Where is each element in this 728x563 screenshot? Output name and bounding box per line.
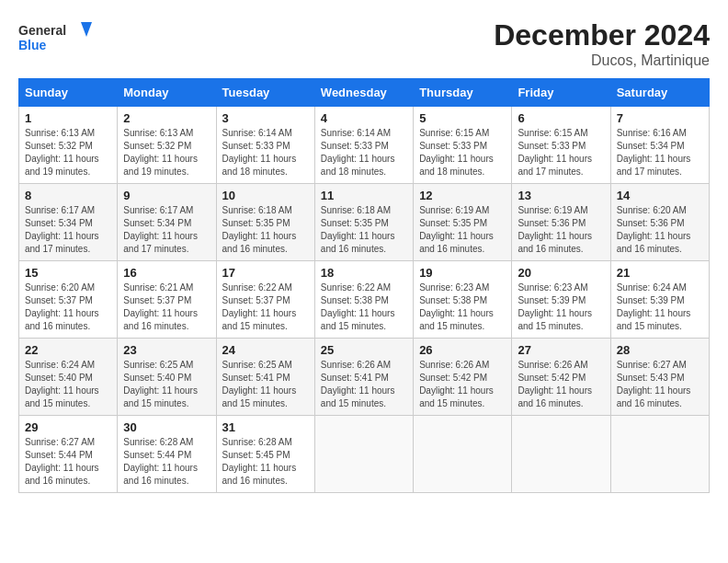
calendar-day-cell: 8 Sunrise: 6:17 AM Sunset: 5:34 PM Dayli… [19, 184, 118, 261]
day-details: Sunrise: 6:18 AM Sunset: 5:35 PM Dayligh… [222, 204, 309, 256]
calendar-day-cell: 24 Sunrise: 6:25 AM Sunset: 5:41 PM Dayl… [216, 339, 314, 416]
day-number: 21 [617, 266, 703, 280]
calendar-day-cell: 20 Sunrise: 6:23 AM Sunset: 5:39 PM Dayl… [512, 261, 610, 339]
day-details: Sunrise: 6:15 AM Sunset: 5:33 PM Dayligh… [419, 127, 506, 178]
calendar-day-cell: 5 Sunrise: 6:15 AM Sunset: 5:33 PM Dayli… [414, 107, 512, 184]
calendar-day-cell: 9 Sunrise: 6:17 AM Sunset: 5:34 PM Dayli… [118, 184, 216, 261]
calendar-day-cell: 30 Sunrise: 6:28 AM Sunset: 5:44 PM Dayl… [118, 416, 216, 493]
calendar-day-cell [314, 416, 413, 493]
calendar-day-cell: 18 Sunrise: 6:22 AM Sunset: 5:38 PM Dayl… [314, 261, 413, 339]
day-number: 20 [518, 266, 604, 280]
day-of-week-header: Monday [118, 79, 216, 107]
calendar-day-cell: 13 Sunrise: 6:19 AM Sunset: 5:36 PM Dayl… [512, 184, 610, 261]
day-details: Sunrise: 6:26 AM Sunset: 5:42 PM Dayligh… [419, 359, 506, 410]
day-details: Sunrise: 6:20 AM Sunset: 5:37 PM Dayligh… [25, 282, 111, 333]
calendar-day-cell: 22 Sunrise: 6:24 AM Sunset: 5:40 PM Dayl… [19, 339, 118, 416]
calendar-day-cell: 31 Sunrise: 6:28 AM Sunset: 5:45 PM Dayl… [216, 416, 314, 493]
day-details: Sunrise: 6:22 AM Sunset: 5:37 PM Dayligh… [222, 282, 309, 333]
day-details: Sunrise: 6:14 AM Sunset: 5:33 PM Dayligh… [222, 127, 309, 178]
day-details: Sunrise: 6:15 AM Sunset: 5:33 PM Dayligh… [518, 127, 604, 178]
calendar-table: SundayMondayTuesdayWednesdayThursdayFrid… [18, 78, 710, 493]
calendar-day-cell: 12 Sunrise: 6:19 AM Sunset: 5:35 PM Dayl… [414, 184, 512, 261]
calendar-day-cell: 27 Sunrise: 6:26 AM Sunset: 5:42 PM Dayl… [512, 339, 610, 416]
calendar-day-cell: 1 Sunrise: 6:13 AM Sunset: 5:32 PM Dayli… [19, 107, 118, 184]
calendar-day-cell: 16 Sunrise: 6:21 AM Sunset: 5:37 PM Dayl… [118, 261, 216, 339]
day-of-week-header: Friday [512, 79, 610, 107]
day-number: 25 [321, 343, 407, 357]
day-details: Sunrise: 6:28 AM Sunset: 5:45 PM Dayligh… [222, 436, 309, 488]
day-of-week-header: Sunday [19, 79, 118, 107]
month-title: December 2024 [494, 18, 710, 52]
svg-marker-2 [81, 22, 92, 37]
day-details: Sunrise: 6:20 AM Sunset: 5:36 PM Dayligh… [617, 204, 703, 256]
day-number: 31 [222, 420, 309, 434]
calendar-day-cell [512, 416, 610, 493]
calendar-day-cell: 6 Sunrise: 6:15 AM Sunset: 5:33 PM Dayli… [512, 107, 610, 184]
logo-svg: General Blue [18, 18, 92, 60]
day-number: 18 [321, 266, 407, 280]
day-number: 4 [321, 111, 407, 125]
calendar-header-row: SundayMondayTuesdayWednesdayThursdayFrid… [19, 79, 710, 107]
day-number: 15 [25, 266, 111, 280]
day-details: Sunrise: 6:17 AM Sunset: 5:34 PM Dayligh… [123, 204, 210, 256]
calendar-day-cell: 29 Sunrise: 6:27 AM Sunset: 5:44 PM Dayl… [19, 416, 118, 493]
day-number: 17 [222, 266, 309, 280]
day-number: 24 [222, 343, 309, 357]
calendar-day-cell: 11 Sunrise: 6:18 AM Sunset: 5:35 PM Dayl… [314, 184, 413, 261]
calendar-day-cell: 4 Sunrise: 6:14 AM Sunset: 5:33 PM Dayli… [314, 107, 413, 184]
day-details: Sunrise: 6:13 AM Sunset: 5:32 PM Dayligh… [123, 127, 210, 178]
day-details: Sunrise: 6:24 AM Sunset: 5:39 PM Dayligh… [617, 282, 703, 333]
calendar-day-cell: 21 Sunrise: 6:24 AM Sunset: 5:39 PM Dayl… [610, 261, 709, 339]
day-number: 3 [222, 111, 309, 125]
calendar-week-row: 29 Sunrise: 6:27 AM Sunset: 5:44 PM Dayl… [19, 416, 710, 493]
calendar-day-cell: 15 Sunrise: 6:20 AM Sunset: 5:37 PM Dayl… [19, 261, 118, 339]
calendar-day-cell: 10 Sunrise: 6:18 AM Sunset: 5:35 PM Dayl… [216, 184, 314, 261]
day-number: 14 [617, 189, 703, 202]
day-details: Sunrise: 6:16 AM Sunset: 5:34 PM Dayligh… [617, 127, 703, 178]
day-number: 6 [518, 111, 604, 125]
day-number: 2 [123, 111, 210, 125]
calendar-week-row: 22 Sunrise: 6:24 AM Sunset: 5:40 PM Dayl… [19, 339, 710, 416]
day-number: 16 [123, 266, 210, 280]
day-details: Sunrise: 6:19 AM Sunset: 5:35 PM Dayligh… [419, 204, 506, 256]
day-details: Sunrise: 6:21 AM Sunset: 5:37 PM Dayligh… [123, 282, 210, 333]
calendar-day-cell: 2 Sunrise: 6:13 AM Sunset: 5:32 PM Dayli… [118, 107, 216, 184]
calendar-day-cell: 14 Sunrise: 6:20 AM Sunset: 5:36 PM Dayl… [610, 184, 709, 261]
day-details: Sunrise: 6:13 AM Sunset: 5:32 PM Dayligh… [25, 127, 111, 178]
day-details: Sunrise: 6:17 AM Sunset: 5:34 PM Dayligh… [25, 204, 111, 256]
calendar-day-cell: 26 Sunrise: 6:26 AM Sunset: 5:42 PM Dayl… [414, 339, 512, 416]
day-of-week-header: Thursday [414, 79, 512, 107]
calendar-day-cell [414, 416, 512, 493]
day-of-week-header: Saturday [610, 79, 709, 107]
day-number: 8 [25, 189, 111, 202]
day-number: 5 [419, 111, 506, 125]
day-number: 13 [518, 189, 604, 202]
day-details: Sunrise: 6:18 AM Sunset: 5:35 PM Dayligh… [321, 204, 407, 256]
logo: General Blue [18, 18, 92, 60]
day-of-week-header: Wednesday [314, 79, 413, 107]
day-details: Sunrise: 6:23 AM Sunset: 5:39 PM Dayligh… [518, 282, 604, 333]
header: General Blue December 2024 Ducos, Martin… [18, 18, 710, 69]
svg-text:Blue: Blue [18, 38, 47, 52]
day-of-week-header: Tuesday [216, 79, 314, 107]
day-details: Sunrise: 6:22 AM Sunset: 5:38 PM Dayligh… [321, 282, 407, 333]
calendar-day-cell: 3 Sunrise: 6:14 AM Sunset: 5:33 PM Dayli… [216, 107, 314, 184]
title-area: December 2024 Ducos, Martinique [494, 18, 710, 69]
day-number: 7 [617, 111, 703, 125]
day-number: 30 [123, 420, 210, 434]
location-title: Ducos, Martinique [494, 52, 710, 69]
day-number: 28 [617, 343, 703, 357]
day-details: Sunrise: 6:26 AM Sunset: 5:42 PM Dayligh… [518, 359, 604, 410]
day-number: 11 [321, 189, 407, 202]
day-details: Sunrise: 6:28 AM Sunset: 5:44 PM Dayligh… [123, 436, 210, 488]
day-details: Sunrise: 6:26 AM Sunset: 5:41 PM Dayligh… [321, 359, 407, 410]
day-details: Sunrise: 6:27 AM Sunset: 5:44 PM Dayligh… [25, 436, 111, 488]
calendar-week-row: 8 Sunrise: 6:17 AM Sunset: 5:34 PM Dayli… [19, 184, 710, 261]
calendar-day-cell: 23 Sunrise: 6:25 AM Sunset: 5:40 PM Dayl… [118, 339, 216, 416]
day-number: 19 [419, 266, 506, 280]
calendar-week-row: 15 Sunrise: 6:20 AM Sunset: 5:37 PM Dayl… [19, 261, 710, 339]
calendar-week-row: 1 Sunrise: 6:13 AM Sunset: 5:32 PM Dayli… [19, 107, 710, 184]
day-number: 1 [25, 111, 111, 125]
day-details: Sunrise: 6:24 AM Sunset: 5:40 PM Dayligh… [25, 359, 111, 410]
calendar-body: 1 Sunrise: 6:13 AM Sunset: 5:32 PM Dayli… [19, 107, 710, 493]
